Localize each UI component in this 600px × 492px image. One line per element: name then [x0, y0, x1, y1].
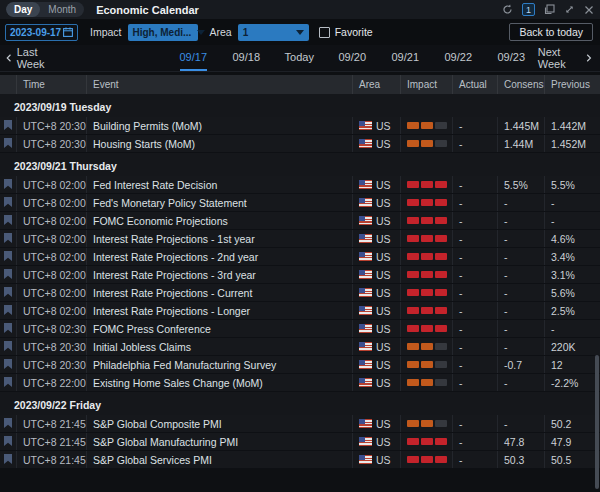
impact-bar [407, 456, 419, 463]
bookmark-icon[interactable] [4, 269, 12, 281]
event-row[interactable]: UTC+8 02:00FOMC Economic ProjectionsUS--… [0, 212, 600, 230]
event-previous: - [544, 212, 600, 229]
event-previous: 4.6% [544, 230, 600, 247]
impact-bar [407, 253, 419, 260]
flag-canton [359, 419, 365, 424]
date-picker-input[interactable]: 2023-09-17 [5, 24, 78, 41]
event-row[interactable]: UTC+8 02:00Interest Rate Projections - 1… [0, 230, 600, 248]
impact-filter-dropdown[interactable]: High, Medi... [128, 24, 198, 41]
bookmark-icon[interactable] [4, 179, 12, 191]
us-flag-icon [359, 252, 372, 261]
impact-bar [421, 343, 433, 350]
event-area: US [352, 451, 400, 468]
last-week-button[interactable]: Last Week [0, 46, 59, 70]
window-count-badge[interactable]: 1 [522, 3, 535, 16]
event-name: Fed's Monetary Policy Statement [86, 194, 352, 211]
event-area: US [352, 356, 400, 373]
event-row[interactable]: UTC+8 20:30Initial Jobless ClaimsUS--220… [0, 338, 600, 356]
week-day-tab[interactable]: 09/18 [220, 45, 273, 72]
event-time: UTC+8 02:00 [16, 284, 86, 301]
impact-bar [421, 307, 433, 314]
impact-bar [407, 140, 419, 147]
high-impact-indicator [407, 181, 447, 188]
event-row[interactable]: UTC+8 02:00Interest Rate Projections - 2… [0, 248, 600, 266]
week-day-tab[interactable]: 09/22 [432, 45, 485, 72]
bookmark-icon[interactable] [4, 305, 12, 317]
event-row[interactable]: UTC+8 02:00Fed's Monetary Policy Stateme… [0, 194, 600, 212]
event-row[interactable]: UTC+8 02:00Interest Rate Projections - L… [0, 302, 600, 320]
event-name: Interest Rate Projections - 3rd year [86, 266, 352, 283]
bookmark-cell [0, 176, 16, 193]
event-row[interactable]: UTC+8 22:00Existing Home Sales Change (M… [0, 374, 600, 392]
us-flag-icon [359, 324, 372, 333]
back-to-today-button[interactable]: Back to today [509, 23, 593, 41]
week-day-tab[interactable]: 09/17 [167, 45, 220, 72]
event-row[interactable]: UTC+8 21:45S&P Global Manufacturing PMIU… [0, 433, 600, 451]
impact-bar [407, 325, 419, 332]
bookmark-icon[interactable] [4, 120, 12, 132]
area-filter-label: Area [210, 26, 232, 38]
bookmark-icon[interactable] [4, 359, 12, 371]
bookmark-icon[interactable] [4, 418, 12, 430]
impact-bar [435, 217, 447, 224]
impact-bar [421, 456, 433, 463]
event-row[interactable]: UTC+8 21:45S&P Global Services PMIUS-50.… [0, 451, 600, 469]
bookmark-icon[interactable] [4, 436, 12, 448]
toggle-day[interactable]: Day [6, 2, 40, 17]
area-filter-dropdown[interactable]: 1 [238, 24, 309, 41]
event-row[interactable]: UTC+8 20:30Philadelphia Fed Manufacturin… [0, 356, 600, 374]
week-day-tab[interactable]: 09/23 [485, 45, 538, 72]
bookmark-icon[interactable] [4, 287, 12, 299]
bookmark-cell [0, 230, 16, 247]
event-impact [400, 176, 452, 193]
event-actual: - [452, 302, 497, 319]
event-time: UTC+8 02:00 [16, 230, 86, 247]
event-consensus: 50.3 [497, 451, 544, 468]
vertical-scrollbar[interactable] [595, 75, 599, 490]
event-row[interactable]: UTC+8 21:45S&P Global Composite PMIUS--5… [0, 415, 600, 433]
impact-bar [435, 271, 447, 278]
refresh-icon[interactable] [502, 4, 513, 15]
event-actual: - [452, 284, 497, 301]
event-row[interactable]: UTC+8 02:00Fed Interest Rate DecisionUS-… [0, 176, 600, 194]
bookmark-icon[interactable] [4, 341, 12, 353]
bookmark-icon[interactable] [4, 215, 12, 227]
impact-bar [435, 456, 447, 463]
expand-icon[interactable] [564, 4, 575, 15]
event-row[interactable]: UTC+8 20:30Housing Starts (MoM)US-1.44M1… [0, 135, 600, 153]
table-header: Time Event Area Impact Actual Consensus … [0, 75, 600, 94]
impact-bar [435, 253, 447, 260]
week-day-tab[interactable]: 09/21 [379, 45, 432, 72]
event-consensus: 1.445M [497, 117, 544, 134]
flag-canton [359, 455, 365, 460]
bookmark-icon[interactable] [4, 138, 12, 150]
impact-filter-label: Impact [90, 26, 122, 38]
area-filter-value: 1 [243, 27, 249, 38]
event-row[interactable]: UTC+8 02:00Interest Rate Projections - 3… [0, 266, 600, 284]
event-row[interactable]: UTC+8 02:30FOMC Press ConferenceUS--- [0, 320, 600, 338]
area-code: US [376, 323, 391, 335]
event-row[interactable]: UTC+8 20:30Building Permits (MoM)US-1.44… [0, 117, 600, 135]
us-flag-icon [359, 455, 372, 464]
favorite-filter[interactable]: Favorite [319, 26, 373, 38]
bookmark-icon[interactable] [4, 251, 12, 263]
week-day-tab[interactable]: Today [273, 45, 326, 72]
impact-bar [421, 379, 433, 386]
scrollbar-thumb[interactable] [595, 355, 599, 489]
favorite-checkbox[interactable] [319, 27, 330, 38]
event-row[interactable]: UTC+8 02:00Interest Rate Projections - C… [0, 284, 600, 302]
duplicate-icon[interactable] [544, 4, 555, 15]
event-consensus: - [497, 266, 544, 283]
toggle-month[interactable]: Month [40, 2, 84, 17]
next-week-button[interactable]: Next Week [538, 46, 600, 70]
week-day-tab[interactable]: 09/20 [326, 45, 379, 72]
bookmark-icon[interactable] [4, 454, 12, 466]
us-flag-icon [359, 121, 372, 130]
close-icon[interactable] [584, 5, 594, 15]
event-time: UTC+8 20:30 [16, 117, 86, 134]
event-area: US [352, 433, 400, 450]
bookmark-icon[interactable] [4, 377, 12, 389]
bookmark-icon[interactable] [4, 323, 12, 335]
bookmark-icon[interactable] [4, 197, 12, 209]
bookmark-icon[interactable] [4, 233, 12, 245]
